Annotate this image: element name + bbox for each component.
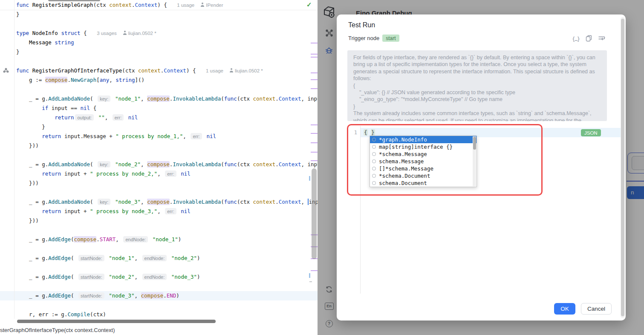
code-line[interactable]: if input == nil { (16, 104, 318, 113)
code-token: nil (81, 105, 90, 111)
completion-item[interactable]: *schema.Document (370, 172, 477, 179)
completion-scrollbar-thumb[interactable] (473, 137, 476, 150)
code-token: , (105, 114, 111, 121)
run-graph-gutter-icon[interactable] (3, 67, 9, 75)
completion-item[interactable]: *schema.Message (370, 150, 477, 158)
code-token: input.Message + (61, 133, 116, 139)
author-icon (229, 68, 234, 72)
author-icon (123, 31, 127, 35)
code-token: } (16, 124, 45, 130)
code-line[interactable] (16, 300, 318, 310)
code-line[interactable]: _ = g.AddLambdaNode( key: "node_1", comp… (16, 94, 318, 104)
code-token: ( (71, 274, 77, 280)
completion-item[interactable]: map[string]interface {} (370, 143, 477, 150)
code-line[interactable] (16, 19, 318, 29)
code-line[interactable] (16, 188, 318, 197)
completion-item[interactable]: *graph.NodeInfo (370, 136, 477, 143)
code-line[interactable]: _ = g.AddEdge(compose.START, endNode: "n… (16, 235, 318, 244)
code-token: (ctx (237, 161, 253, 168)
vertical-scrollbar[interactable] (312, 168, 317, 259)
code-token: { (90, 105, 96, 111)
code-line[interactable] (16, 244, 318, 254)
code-lines: func RegisterSimpleGraph(ctx context.Con… (16, 0, 318, 319)
code-line[interactable]: return input + " process by node_3,", er… (16, 207, 318, 216)
word-wrap-icon[interactable] (598, 35, 605, 43)
code-line[interactable]: _ = g.AddLambdaNode( key: "node_3", comp… (16, 197, 318, 207)
horizontal-scrollbar[interactable] (17, 320, 216, 323)
code-line[interactable]: _ = g.AddEdge( startNode: "node_1", endN… (16, 254, 318, 263)
code-token: context (138, 67, 161, 74)
code-token: "node_2" (106, 274, 135, 280)
code-token: context (253, 199, 276, 205)
code-line[interactable]: func RegisterGraphOfInterfaceType(ctx co… (16, 66, 318, 75)
code-token: RegisterGraphOfInterfaceType (32, 67, 122, 74)
code-token: any (100, 77, 110, 83)
code-token: context (253, 95, 276, 102)
code-token: (ctx (93, 2, 110, 8)
code-line[interactable]: _ = g.AddEdge( startNode: "node_3", comp… (16, 291, 318, 300)
code-line[interactable]: } (16, 122, 318, 132)
code-line[interactable]: } (16, 47, 318, 57)
code-token: , (135, 255, 141, 261)
copy-icon[interactable] (586, 35, 592, 43)
code-token: , (109, 77, 116, 83)
code-line[interactable] (16, 263, 318, 272)
vcs-change-marker (311, 88, 318, 89)
code-token: string (116, 77, 135, 83)
code-token: ( (221, 199, 224, 205)
vcs-change-marker (311, 72, 318, 73)
code-token: . (96, 236, 100, 243)
code-token: compose (147, 199, 170, 205)
code-line[interactable] (16, 225, 318, 235)
code-token: _ = g. (16, 199, 48, 205)
code-line[interactable]: r, err := g.Compile(ctx) (16, 310, 318, 319)
code-token: ( (90, 95, 96, 102)
code-line[interactable]: _ = g.AddLambdaNode( key: "node_2", comp… (16, 160, 318, 169)
code-line[interactable]: g := compose.NewGraph[any, string]() (16, 75, 318, 85)
completion-item[interactable]: schema.Document (370, 179, 477, 187)
code-token: NewGraph (71, 77, 96, 83)
parameter-hint: key: (98, 95, 110, 102)
completion-item-label: map[string]interface {} (379, 144, 453, 150)
code-token: input + (61, 170, 90, 177)
code-line[interactable]: func RegisterSimpleGraph(ctx context.Con… (16, 0, 318, 10)
completion-item[interactable]: []*schema.Message (370, 165, 477, 172)
inspection-ok-icon[interactable]: ✓ (306, 1, 312, 9)
code-line[interactable]: returnoutput: "", err: nil (16, 113, 318, 122)
code-token: ) (178, 236, 182, 243)
completion-list: *graph.NodeInfomap[string]interface {}*s… (370, 136, 477, 187)
code-line[interactable] (16, 150, 318, 160)
modal-footer: OK Cancel (554, 303, 612, 315)
code-token: nil (203, 133, 216, 139)
code-line[interactable]: })) (16, 216, 318, 225)
code-line[interactable]: })) (16, 141, 318, 150)
code-line[interactable]: type NodeInfo struct { 3 usagesliujian.0… (16, 29, 318, 38)
code-line[interactable] (16, 282, 318, 291)
code-token: "" (95, 114, 105, 121)
modal-title: Test Run (348, 21, 375, 29)
completion-item[interactable]: schema.Message (370, 158, 477, 165)
json-format-icon[interactable]: {…} (572, 36, 580, 42)
line-number: 1 (349, 128, 357, 137)
type-icon (372, 138, 376, 142)
code-editor-pane[interactable]: func RegisterSimpleGraph(ctx context.Con… (0, 0, 318, 335)
cancel-button[interactable]: Cancel (581, 303, 612, 315)
code-line[interactable]: _ = g.AddEdge( startNode: "node_2", endN… (16, 272, 318, 282)
code-line[interactable]: return input + " process by node_2,", er… (16, 169, 318, 179)
code-line[interactable]: } (16, 10, 318, 19)
ok-button[interactable]: OK (554, 303, 575, 315)
code-line[interactable] (16, 85, 318, 94)
author-icon (200, 3, 205, 7)
code-token (16, 208, 42, 214)
code-line[interactable]: Message string (16, 38, 318, 47)
code-line[interactable]: })) (16, 179, 318, 188)
code-token: ]() (135, 77, 145, 83)
type-icon (372, 152, 376, 156)
code-line[interactable]: return input.Message + " process by node… (16, 132, 318, 141)
code-token: "node_2" (168, 255, 197, 261)
code-token: InvokableLambda (173, 161, 221, 168)
code-token: return (42, 208, 61, 214)
code-token: " process by node_1," (116, 133, 183, 139)
code-line[interactable] (16, 57, 318, 66)
modal-scrollbar-thumb[interactable] (621, 19, 624, 316)
